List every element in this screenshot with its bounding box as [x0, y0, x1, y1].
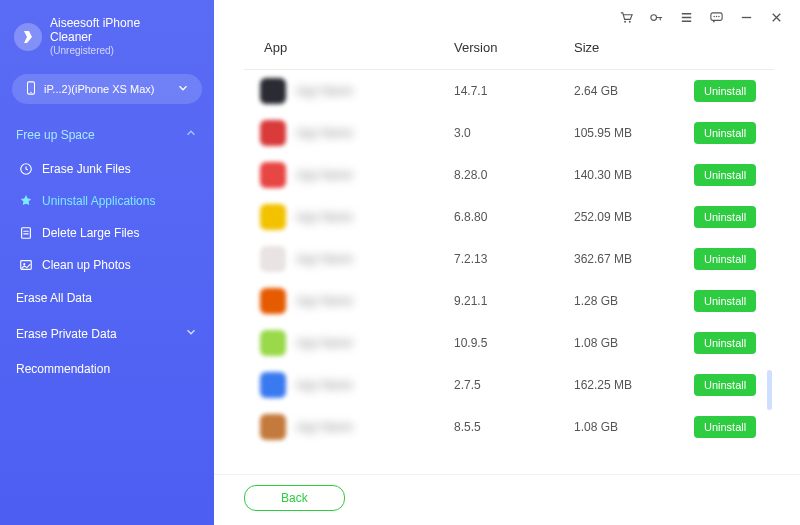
app-icon — [260, 372, 286, 398]
size-cell: 105.95 MB — [574, 126, 694, 140]
uninstall-button[interactable]: Uninstall — [694, 122, 756, 144]
table-row: App Name3.0105.95 MBUninstall — [244, 112, 774, 154]
sidebar-item-label: Delete Large Files — [42, 226, 139, 240]
version-cell: 3.0 — [454, 126, 574, 140]
table-row: App Name7.2.13362.67 MBUninstall — [244, 238, 774, 280]
app-name-blurred: App Name — [296, 84, 353, 98]
svg-point-1 — [30, 92, 31, 93]
section-free-up-space[interactable]: Free up Space — [0, 116, 214, 153]
size-cell: 1.08 GB — [574, 420, 694, 434]
app-icon — [260, 120, 286, 146]
feedback-icon[interactable] — [708, 9, 724, 25]
app-icon — [260, 78, 286, 104]
close-icon[interactable] — [768, 9, 784, 25]
size-cell: 362.67 MB — [574, 252, 694, 266]
uninstall-button[interactable]: Uninstall — [694, 248, 756, 270]
version-cell: 9.21.1 — [454, 294, 574, 308]
app-cell: App Name — [244, 330, 454, 356]
content-area: App Version Size App Name14.7.12.64 GBUn… — [214, 34, 800, 474]
chevron-up-icon — [184, 126, 198, 143]
back-button[interactable]: Back — [244, 485, 345, 511]
sidebar: Aiseesoft iPhone Cleaner (Unregistered) … — [0, 0, 214, 525]
scrollbar-thumb[interactable] — [767, 370, 772, 410]
app-cell: App Name — [244, 162, 454, 188]
menu-icon[interactable] — [678, 9, 694, 25]
svg-point-11 — [715, 15, 717, 17]
size-cell: 1.28 GB — [574, 294, 694, 308]
section-erase-private[interactable]: Erase Private Data — [0, 315, 214, 352]
size-cell: 252.09 MB — [574, 210, 694, 224]
app-name-blurred: App Name — [296, 294, 353, 308]
size-cell: 2.64 GB — [574, 84, 694, 98]
device-label: iP...2)(iPhone XS Max) — [44, 83, 154, 95]
app-icon — [260, 414, 286, 440]
app-cell: App Name — [244, 120, 454, 146]
app-name-blurred: App Name — [296, 126, 353, 140]
version-cell: 10.9.5 — [454, 336, 574, 350]
brand: Aiseesoft iPhone Cleaner (Unregistered) — [0, 10, 214, 68]
app-list[interactable]: App Name14.7.12.64 GBUninstallApp Name3.… — [244, 70, 774, 468]
device-selector[interactable]: iP...2)(iPhone XS Max) — [12, 74, 202, 104]
action-cell: Uninstall — [694, 374, 774, 396]
version-cell: 8.5.5 — [454, 420, 574, 434]
sidebar-item-cleanup-photos[interactable]: Clean up Photos — [0, 249, 214, 281]
col-header-action — [694, 40, 774, 55]
app-title: Aiseesoft iPhone Cleaner — [50, 16, 140, 44]
uninstall-button[interactable]: Uninstall — [694, 374, 756, 396]
sidebar-item-uninstall-apps[interactable]: Uninstall Applications — [0, 185, 214, 217]
app-name-blurred: App Name — [296, 210, 353, 224]
sidebar-item-erase-junk[interactable]: Erase Junk Files — [0, 153, 214, 185]
action-cell: Uninstall — [694, 332, 774, 354]
cart-icon[interactable] — [618, 9, 634, 25]
phone-icon — [24, 81, 38, 97]
table-row: App Name10.9.51.08 GBUninstall — [244, 322, 774, 364]
app-name-blurred: App Name — [296, 168, 353, 182]
uninstall-button[interactable]: Uninstall — [694, 164, 756, 186]
svg-rect-3 — [22, 228, 31, 239]
app-cell: App Name — [244, 372, 454, 398]
svg-point-6 — [624, 20, 626, 22]
minimize-icon[interactable] — [738, 9, 754, 25]
image-icon — [18, 257, 34, 273]
app-logo-icon — [14, 23, 42, 51]
footer: Back — [214, 474, 800, 525]
section-recommendation[interactable]: Recommendation — [0, 352, 214, 386]
sidebar-item-label: Clean up Photos — [42, 258, 131, 272]
chevron-down-icon — [176, 81, 190, 97]
table-row: App Name14.7.12.64 GBUninstall — [244, 70, 774, 112]
uninstall-button[interactable]: Uninstall — [694, 290, 756, 312]
section-label: Erase All Data — [16, 291, 92, 305]
table-row: App Name8.28.0140.30 MBUninstall — [244, 154, 774, 196]
app-icon — [260, 162, 286, 188]
table-row: App Name9.21.11.28 GBUninstall — [244, 280, 774, 322]
app-icon — [260, 288, 286, 314]
col-header-app: App — [244, 40, 454, 55]
clock-icon — [18, 161, 34, 177]
version-cell: 2.7.5 — [454, 378, 574, 392]
uninstall-button[interactable]: Uninstall — [694, 206, 756, 228]
section-erase-all[interactable]: Erase All Data — [0, 281, 214, 315]
version-cell: 14.7.1 — [454, 84, 574, 98]
size-cell: 140.30 MB — [574, 168, 694, 182]
main-panel: App Version Size App Name14.7.12.64 GBUn… — [214, 0, 800, 525]
section-label: Free up Space — [16, 128, 95, 142]
table-header: App Version Size — [244, 34, 774, 70]
table-row: App Name8.5.51.08 GBUninstall — [244, 406, 774, 448]
uninstall-button[interactable]: Uninstall — [694, 416, 756, 438]
app-cell: App Name — [244, 204, 454, 230]
key-icon[interactable] — [648, 9, 664, 25]
uninstall-button[interactable]: Uninstall — [694, 80, 756, 102]
sidebar-item-label: Uninstall Applications — [42, 194, 155, 208]
sidebar-item-delete-large[interactable]: Delete Large Files — [0, 217, 214, 249]
table-row: App Name2.7.5162.25 MBUninstall — [244, 364, 774, 406]
app-icon — [260, 204, 286, 230]
app-icon — [260, 330, 286, 356]
table-row: App Name6.8.80252.09 MBUninstall — [244, 196, 774, 238]
app-cell: App Name — [244, 414, 454, 440]
svg-point-7 — [628, 20, 630, 22]
action-cell: Uninstall — [694, 248, 774, 270]
version-cell: 8.28.0 — [454, 168, 574, 182]
app-icon — [260, 246, 286, 272]
action-cell: Uninstall — [694, 164, 774, 186]
uninstall-button[interactable]: Uninstall — [694, 332, 756, 354]
